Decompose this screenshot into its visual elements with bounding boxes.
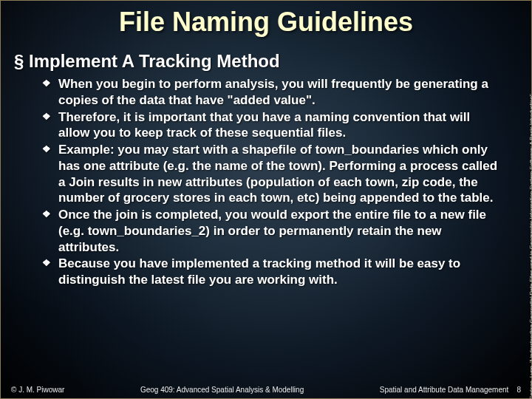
section-marker: § bbox=[14, 51, 24, 71]
footer: © J. M. Piwowar Geog 409: Advanced Spati… bbox=[1, 386, 531, 394]
slide-title: File Naming Guidelines bbox=[1, 1, 531, 38]
list-item: Because you have implemented a tracking … bbox=[42, 256, 499, 288]
list-item: Once the join is completed, you would ex… bbox=[42, 207, 499, 255]
section-heading-text: Implement A Tracking Method bbox=[29, 51, 280, 71]
citation-line: Carlson, Lynn. "Understanding Geospatial… bbox=[529, 16, 532, 399]
footer-center: Geog 409: Advanced Spatial Analysis & Mo… bbox=[64, 386, 379, 394]
slide: File Naming Guidelines § Implement A Tra… bbox=[0, 0, 532, 399]
list-item: Therefore, it is important that you have… bbox=[42, 109, 499, 142]
page-number: 8 bbox=[516, 386, 521, 394]
list-item: When you begin to perform analysis, you … bbox=[42, 76, 499, 109]
footer-left: © J. M. Piwowar bbox=[11, 386, 64, 394]
footer-right: Spatial and Attribute Data Management 8 bbox=[380, 386, 521, 394]
section-heading: § Implement A Tracking Method bbox=[1, 38, 531, 76]
bullet-list: When you begin to perform analysis, you … bbox=[1, 76, 531, 288]
side-citation: Carlson, Lynn. "Understanding Geospatial… bbox=[529, 16, 532, 399]
footer-right-label: Spatial and Attribute Data Management bbox=[380, 386, 509, 394]
list-item: Example: you may start with a shapefile … bbox=[42, 142, 499, 206]
